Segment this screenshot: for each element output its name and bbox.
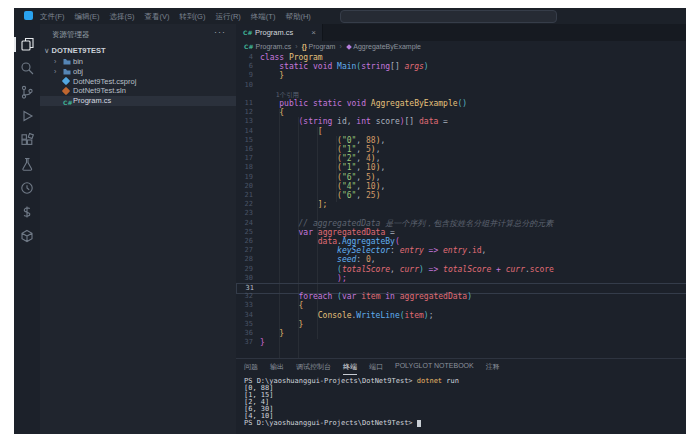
run-debug-icon[interactable] [19, 108, 36, 125]
menu-item[interactable]: 编辑(E) [75, 10, 100, 24]
code-line: 18 ("1", 10), [236, 163, 686, 172]
panel-tab-问题[interactable]: 问题 [244, 362, 258, 375]
line-number: 37 [236, 338, 253, 347]
line-number: 11 [236, 99, 253, 108]
explorer-item-dotnet9test-csproj[interactable]: DotNet9Test.csproj [40, 77, 236, 87]
panel-tab-注释[interactable]: 注释 [486, 362, 500, 375]
code-line: 15 ("0", 88), [236, 136, 686, 145]
panel-tab-bar: 问题输出调试控制台终端端口POLYGLOT NOTEBOOK注释 [244, 362, 500, 375]
code-line: 32 foreach (var item in aggregatedData) [236, 292, 686, 301]
code-line: 9 } [236, 71, 686, 80]
panel-tab-端口[interactable]: 端口 [369, 362, 383, 375]
breadcrumb-item[interactable]: AggregateByExample [346, 41, 421, 52]
panel-tab-终端[interactable]: 终端 [343, 362, 357, 375]
line-number: 13 [236, 117, 253, 126]
code-line: 14 [ [236, 127, 686, 136]
code-line: 36 } [236, 329, 686, 338]
explorer-item-obj[interactable]: ›obj [40, 67, 236, 77]
line-number: 4 [236, 53, 253, 62]
editor-area[interactable]: C# Program.cs × C# Program.cs›{} Program… [236, 24, 686, 358]
menu-item[interactable]: 文件(F) [40, 10, 65, 24]
code-line: 33 { [236, 301, 686, 310]
terminal-line: PS D:\yaoshuanggui-Projects\DotNet9Test> [244, 420, 421, 427]
code-line: 10 [236, 81, 686, 90]
panel-tab-polyglot-notebook[interactable]: POLYGLOT NOTEBOOK [395, 362, 474, 375]
screenshot-page: 文件(F)编辑(E)选择(S)查看(V)转到(G)运行(R)终端(T)帮助(H)… [0, 0, 686, 446]
line-number: 21 [236, 191, 253, 200]
line-number: 12 [236, 108, 253, 117]
line-number: 9 [236, 71, 253, 80]
csharp-file-icon: C# [244, 43, 256, 50]
chevron-down-icon: ∨ [44, 46, 50, 55]
vscode-logo-icon [24, 11, 33, 20]
line-number: 20 [236, 182, 253, 191]
breadcrumb-item[interactable]: {} Program [302, 41, 336, 52]
activity-bar [14, 24, 40, 434]
cube-icon[interactable] [19, 228, 36, 245]
menu-item[interactable]: 运行(R) [215, 10, 240, 24]
codelens-reference: 1个引用 [236, 90, 686, 99]
source-control-icon[interactable] [19, 84, 36, 101]
menu-bar: 文件(F)编辑(E)选择(S)查看(V)转到(G)运行(R)终端(T)帮助(H) [40, 10, 311, 24]
explorer-item-label: bin [73, 57, 83, 67]
search-icon[interactable] [19, 60, 36, 77]
dollar-icon[interactable] [19, 204, 36, 221]
menu-item[interactable]: 查看(V) [145, 10, 170, 24]
terminal-line: PS D:\yaoshuanggui-Projects\DotNet9Test>… [244, 378, 459, 385]
menu-item[interactable]: 选择(S) [110, 10, 135, 24]
breadcrumb-separator-icon: › [339, 41, 341, 52]
csharp-file-icon: C# [63, 98, 70, 105]
panel-tab-输出[interactable]: 输出 [270, 362, 284, 375]
csproj-icon [63, 78, 70, 85]
extensions-icon[interactable] [19, 132, 36, 149]
code-line: 13 (string id, int score)[] data = [236, 117, 686, 126]
explorer-item-label: DotNet9Test.csproj [73, 77, 136, 87]
code-line: 17 ("2", 4), [236, 154, 686, 163]
method-icon [346, 44, 352, 50]
line-number: 16 [236, 145, 253, 154]
code-line: 23 [236, 209, 686, 218]
line-number: 34 [236, 311, 253, 320]
more-actions-button[interactable]: ··· [214, 27, 226, 37]
line-number: 28 [236, 255, 253, 264]
code-area[interactable]: 4class Program6 static void Main(string[… [236, 53, 686, 358]
code-line: 16 ("1", 5), [236, 145, 686, 154]
menu-item[interactable]: 帮助(H) [285, 10, 310, 24]
code-line: 12 { [236, 108, 686, 117]
close-icon[interactable]: × [311, 24, 316, 41]
code-line: 35 } [236, 320, 686, 329]
tab-program-cs[interactable]: C# Program.cs × [236, 24, 323, 41]
command-center-search[interactable] [340, 10, 557, 23]
panel-tab-调试控制台[interactable]: 调试控制台 [296, 362, 331, 375]
title-bar: 文件(F)编辑(E)选择(S)查看(V)转到(G)运行(R)终端(T)帮助(H) [14, 8, 686, 24]
code-line: 29 (totalScore, curr) => totalScore + cu… [236, 265, 686, 274]
breadcrumb: C# Program.cs›{} Program› AggregateByExa… [244, 41, 421, 52]
code-line: 28 seed: 0, [236, 255, 686, 264]
breadcrumb-item[interactable]: C# Program.cs [244, 41, 291, 52]
explorer-item-program-cs[interactable]: C#Program.cs [40, 96, 236, 106]
line-number: 35 [236, 320, 253, 329]
code-line: 34 Console.WriteLine(item); [236, 311, 686, 320]
line-number: 30 [236, 274, 253, 283]
explorer-item-label: Program.cs [73, 96, 111, 106]
history-icon[interactable] [19, 180, 36, 197]
line-number: 23 [236, 209, 253, 218]
menu-item[interactable]: 转到(G) [180, 10, 206, 24]
code-line: 27 keySelector: entry => entry.id, [236, 246, 686, 255]
csharp-file-icon: C# [243, 24, 252, 41]
testing-icon[interactable] [19, 156, 36, 173]
code-line: 4class Program [236, 53, 686, 62]
explorer-item-bin[interactable]: ›bin [40, 57, 236, 67]
code-line: 37} [236, 338, 686, 347]
line-number: 29 [236, 265, 253, 274]
explorer-item-dotnet9test-sln[interactable]: DotNet9Test.sln [40, 86, 236, 96]
breadcrumb-separator-icon: › [295, 41, 297, 52]
folder-icon [63, 58, 70, 65]
line-number: 25 [236, 228, 253, 237]
line-number: 22 [236, 200, 253, 209]
line-number: 33 [236, 301, 253, 310]
explorer-title: 资源管理器 [52, 30, 90, 40]
explorer-icon[interactable] [19, 36, 36, 53]
menu-item[interactable]: 终端(T) [251, 10, 276, 24]
explorer-root-folder[interactable]: ∨DOTNET9TEST [44, 46, 106, 55]
